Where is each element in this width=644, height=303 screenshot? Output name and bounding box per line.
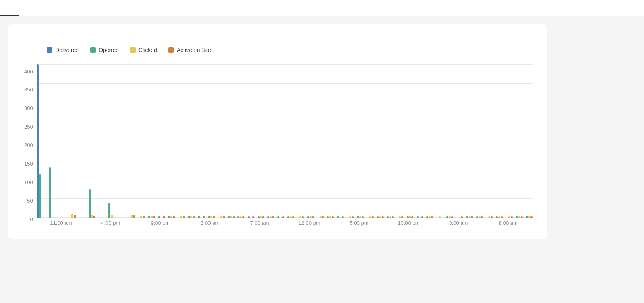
bar-opened [237,216,239,218]
bar-active [272,216,274,218]
bar-opened [476,216,478,218]
bar-opened [148,216,150,218]
bar-clicked [409,216,411,218]
tabs-container [0,0,644,16]
bar-active [411,216,413,218]
y-tick: 150 [24,161,33,166]
bar-group [324,64,334,218]
tab-overview[interactable] [0,0,19,16]
bar-active [143,216,145,218]
bar-clicked [349,216,351,218]
bar-clicked [180,216,182,218]
bar-clicked [528,216,530,218]
legend-color [130,47,136,53]
bar-active [93,216,95,218]
bar-group [215,64,225,218]
legend-color [90,47,96,53]
bar-group [295,64,305,218]
bar-opened [426,216,428,218]
bar-opened [228,216,230,218]
bar-group [473,64,483,218]
legend-item-clicked: Clicked [130,47,157,53]
bar-opened [446,216,448,218]
y-tick: 350 [24,87,33,92]
y-tick: 50 [24,198,33,203]
bar-group [126,64,136,218]
legend-label: Clicked [138,47,157,53]
bar-group [433,64,444,218]
bar-clicked [508,216,510,218]
bar-active [302,216,304,218]
legend-label: Active on Site [177,47,211,53]
bar-group [404,64,414,218]
y-tick: 400 [24,69,33,74]
bar-active [74,215,76,218]
bar-group [344,64,354,218]
bar-group [334,64,344,218]
tab-link-activity[interactable] [39,0,58,16]
x-label: 11:00 am [36,220,86,226]
bar-delivered [37,64,39,218]
bar-clicked [190,216,192,218]
bar-opened [188,216,190,218]
bar-clicked [230,216,232,218]
bar-active [213,216,215,218]
engagement-card: DeliveredOpenedClickedActive on Site 050… [8,24,547,239]
bar-clicked [389,216,391,218]
bar-active [392,216,394,218]
bar-group [275,64,285,218]
bar-group [76,64,86,218]
y-tick: 100 [24,180,33,185]
bar-group [424,64,434,218]
x-label: 4:00 pm [86,220,135,226]
tab-recipient-activity[interactable] [19,0,39,16]
bar-group [66,64,76,218]
bar-group [513,64,523,218]
bar-opened [377,216,379,218]
x-label: 7:00 am [235,220,284,226]
bar-active [282,216,284,218]
bar-clicked [111,215,113,218]
bar-active [372,216,374,218]
bar-active [342,216,344,218]
bar-opened [337,216,339,218]
legend-item-delivered: Delivered [47,47,79,53]
bar-active [332,216,334,218]
bar-group [96,64,106,218]
bar-opened [407,216,409,218]
bars-area [36,64,533,218]
bar-opened [516,216,518,218]
bar-active [252,216,254,218]
bar-opened [267,216,269,218]
bar-clicked [488,216,490,218]
bar-group [384,64,394,218]
bar-group [225,64,235,218]
bar-opened [466,216,468,218]
bar-active [223,216,225,218]
bar-clicked [379,216,381,218]
bar-opened [248,216,250,218]
bar-opened [158,216,160,218]
x-label: 12:00 pm [285,220,334,226]
tab-deliverability[interactable] [58,0,77,16]
bar-group [314,64,324,218]
bar-group [285,64,295,218]
bar-clicked [131,215,133,218]
bar-active [352,216,354,218]
bar-clicked [359,216,361,218]
x-axis: 11:00 am4:00 pm9:00 pm2:00 am7:00 am12:0… [36,220,533,226]
bar-active [233,216,235,218]
bar-group [145,64,155,218]
bar-group [106,64,116,218]
bar-opened [89,189,91,218]
bar-clicked [151,216,153,218]
bar-opened [496,216,498,218]
bar-group [116,64,126,218]
chart-main [36,64,533,218]
bar-clicked [310,216,312,218]
bar-group [155,64,165,218]
bar-active [362,216,364,218]
tab-watch-live[interactable] [77,0,97,16]
bar-active [401,216,403,218]
y-tick: 0 [24,217,33,222]
